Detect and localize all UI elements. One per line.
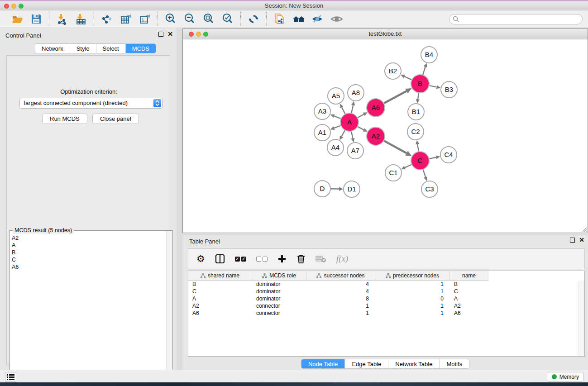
graph-node-A6[interactable]: A6 [367, 99, 385, 117]
table-row[interactable]: A6connector11A6 [188, 310, 584, 317]
graph-edge-C-C1[interactable] [405, 165, 411, 168]
show-eye-icon[interactable] [330, 13, 343, 25]
import-network-icon[interactable] [56, 13, 68, 25]
deselect-all-icon[interactable] [256, 252, 268, 266]
close-traffic-light[interactable] [4, 4, 9, 9]
graph-edge-A-A6[interactable] [358, 114, 363, 117]
table-row[interactable]: A2connector11A2 [188, 302, 584, 310]
tab-network[interactable]: Network [35, 44, 70, 53]
tab-edge-table[interactable]: Edge Table [345, 359, 388, 368]
column-header-mcds-role[interactable]: MCDS role [252, 271, 306, 281]
graph-edge-A-A1[interactable] [334, 126, 340, 128]
run-mcds-button[interactable]: Run MCDS [42, 114, 87, 124]
tab-motifs[interactable]: Motifs [440, 359, 469, 368]
graph-node-A3[interactable]: A3 [314, 103, 330, 119]
graph-node-A8[interactable]: A8 [348, 85, 364, 101]
export-image-icon[interactable] [139, 13, 151, 25]
graph-edge-B-B1[interactable] [418, 93, 419, 100]
graph-node-C[interactable]: C [411, 152, 429, 170]
graph-edge-A-A7[interactable] [351, 132, 353, 138]
criterion-select[interactable]: largest connected component (directed) [19, 98, 163, 109]
open-session-icon[interactable] [11, 13, 24, 25]
graph-edge-B-B4[interactable] [423, 67, 425, 75]
table-row[interactable]: Cdominator41C [188, 288, 584, 295]
tab-mcds[interactable]: MCDS [126, 44, 156, 53]
float-table-panel-icon[interactable] [570, 238, 575, 243]
graph-node-C4[interactable]: C4 [440, 147, 457, 163]
graph-edge-C-C4[interactable] [430, 157, 436, 159]
graph-edge-A2-C[interactable] [384, 141, 406, 153]
graph-node-A2[interactable]: A2 [367, 127, 385, 145]
zoom-traffic-light[interactable] [19, 4, 24, 9]
column-header-shared-name[interactable]: shared name [188, 271, 252, 281]
network-canvas[interactable]: B4B2BB3A5A8A6A3B1AA1C2A2A4A7CC4C1C3DD1 [183, 39, 588, 233]
graph-edge-B-B2[interactable] [404, 76, 411, 80]
memory-button[interactable]: Memory [547, 372, 584, 381]
tab-select[interactable]: Select [96, 44, 126, 53]
column-header-name[interactable]: name [450, 271, 488, 281]
graph-edge-A-A3[interactable] [334, 116, 341, 119]
task-history-button[interactable] [5, 372, 16, 381]
graph-edge-A-A5[interactable] [342, 107, 345, 114]
graph-edge-B-B3[interactable] [430, 86, 437, 87]
table-row[interactable]: Adominator80A [188, 295, 584, 302]
graph-node-C3[interactable]: C3 [421, 181, 438, 197]
export-table-icon[interactable] [120, 13, 132, 25]
copy-network-icon[interactable] [273, 13, 286, 25]
network-minimize-traffic-light[interactable] [196, 32, 201, 37]
tab-style[interactable]: Style [70, 44, 96, 53]
graph-node-B4[interactable]: B4 [421, 47, 437, 63]
add-icon[interactable] [277, 252, 287, 266]
graph-edge-C-C3[interactable] [423, 170, 426, 177]
minimize-traffic-light[interactable] [11, 4, 16, 9]
close-panel-icon[interactable]: ✕ [167, 32, 173, 37]
resize-grip[interactable] [581, 226, 587, 232]
graph-node-B[interactable]: B [411, 75, 429, 93]
graph-node-A5[interactable]: A5 [328, 88, 344, 104]
graph-node-B1[interactable]: B1 [408, 104, 424, 120]
close-table-panel-icon[interactable]: ✕ [579, 238, 584, 243]
graph-node-D1[interactable]: D1 [344, 181, 360, 197]
graph-edge-A6-B[interactable] [384, 91, 406, 103]
table-scrollbar[interactable] [578, 281, 584, 357]
hide-eye-icon[interactable] [311, 13, 324, 25]
graph-node-A[interactable]: A [340, 113, 359, 131]
graph-node-A1[interactable]: A1 [314, 124, 330, 141]
zoom-in-icon[interactable] [164, 13, 177, 25]
tab-network-table[interactable]: Network Table [388, 359, 440, 368]
column-header-successor-nodes[interactable]: successor nodes [306, 271, 375, 281]
network-close-traffic-light[interactable] [189, 32, 194, 37]
graph-node-D[interactable]: D [314, 181, 330, 197]
mcds-result-scrollbar[interactable] [166, 231, 172, 386]
graph-edge-C-C2[interactable] [417, 144, 418, 152]
close-panel-button[interactable]: Close panel [92, 114, 139, 124]
graph-node-A7[interactable]: A7 [347, 143, 363, 159]
graph-node-B3[interactable]: B3 [441, 81, 457, 98]
show-columns-icon[interactable] [215, 252, 225, 266]
graph-edge-A-A4[interactable] [342, 130, 345, 136]
export-network-icon[interactable] [100, 13, 113, 25]
tab-node-table[interactable]: Node Table [301, 359, 345, 368]
save-session-icon[interactable] [30, 13, 43, 25]
network-zoom-traffic-light[interactable] [203, 32, 208, 37]
graph-node-A4[interactable]: A4 [327, 139, 344, 156]
select-all-icon[interactable]: ✓✓ [235, 252, 246, 266]
zoom-out-icon[interactable] [183, 13, 196, 25]
import-table-icon[interactable] [75, 13, 87, 25]
refresh-icon[interactable] [247, 13, 260, 25]
graph-node-C2[interactable]: C2 [407, 124, 424, 140]
zoom-fit-icon[interactable] [202, 13, 215, 25]
table-row[interactable]: Bdominator41B [188, 281, 584, 288]
search-input[interactable] [449, 14, 583, 24]
column-header-predecessor-nodes[interactable]: predecessor nodes [375, 271, 450, 281]
graph-node-C1[interactable]: C1 [385, 165, 402, 181]
table-settings-gear-icon[interactable]: ⚙ [196, 252, 205, 266]
network-window-titlebar[interactable]: testGlobe.txt [183, 29, 588, 39]
zoom-selected-icon[interactable] [221, 13, 234, 25]
float-panel-icon[interactable] [158, 32, 163, 37]
graph-node-B2[interactable]: B2 [385, 63, 401, 79]
graph-edge-A-A8[interactable] [351, 105, 353, 113]
graph-edge-A-A2[interactable] [358, 127, 364, 130]
delete-icon[interactable] [296, 252, 306, 266]
home-networks-icon[interactable] [292, 13, 305, 25]
